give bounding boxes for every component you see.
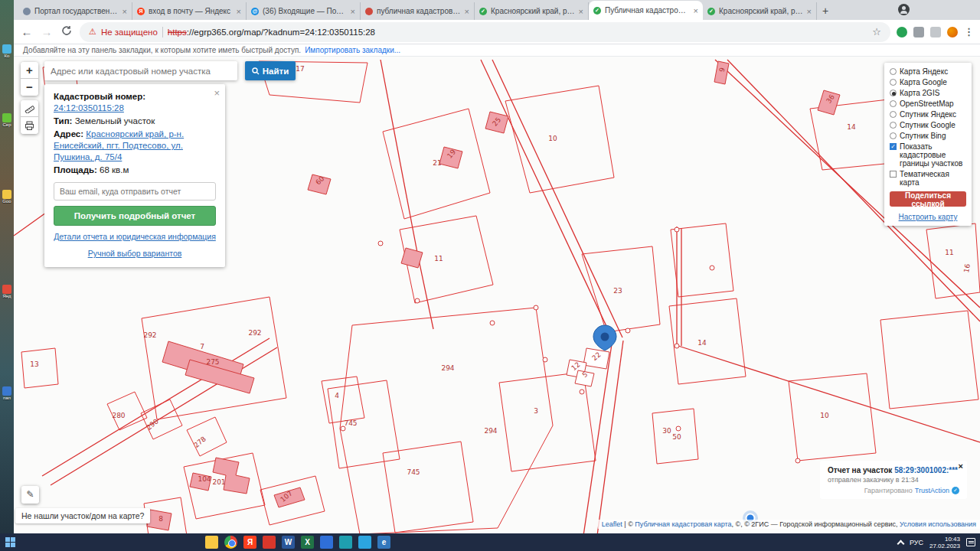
taskbar-app-word[interactable]: W bbox=[282, 536, 295, 549]
layer-option[interactable]: Спутник Яндекс bbox=[890, 110, 966, 119]
browser-tab[interactable]: ✓Красноярский край, р-н ...× bbox=[475, 2, 589, 20]
share-link-button[interactable]: Поделиться ссылкой bbox=[890, 191, 966, 207]
radio-icon[interactable] bbox=[890, 122, 897, 129]
leaflet-link[interactable]: Leaflet bbox=[602, 520, 622, 528]
close-icon[interactable]: × bbox=[214, 87, 220, 99]
taskbar-app-folder[interactable] bbox=[205, 536, 218, 549]
search-input[interactable] bbox=[44, 61, 237, 80]
desktop-icon[interactable]: Янд bbox=[2, 285, 12, 298]
layer-checkbox[interactable]: Тематическая карта bbox=[890, 170, 966, 187]
menu-kebab-icon[interactable]: ⋮ bbox=[964, 26, 974, 37]
search-button[interactable]: Найти bbox=[245, 61, 296, 80]
layer-option[interactable]: Карта Яндекс bbox=[890, 67, 966, 76]
taskbar-app-app-red[interactable] bbox=[263, 536, 276, 549]
desktop-icon[interactable]: Ко bbox=[2, 44, 12, 58]
extension-icon-green[interactable] bbox=[897, 27, 907, 37]
tab-title: Публичная кадастровая bbox=[605, 6, 690, 15]
notification-close-icon[interactable]: × bbox=[959, 461, 963, 471]
language-indicator[interactable]: РУС bbox=[910, 539, 923, 546]
desktop-icon[interactable]: пап bbox=[2, 386, 12, 400]
radio-icon[interactable] bbox=[890, 79, 897, 86]
tab-close-icon[interactable]: × bbox=[807, 8, 812, 15]
map-parcel[interactable] bbox=[141, 399, 182, 439]
desktop-icon[interactable]: Goo bbox=[2, 190, 12, 204]
zoom-in-button[interactable]: + bbox=[21, 62, 38, 79]
bookmark-star-icon[interactable]: ☆ bbox=[872, 26, 881, 37]
configure-map-link[interactable]: Настроить карту bbox=[890, 213, 966, 221]
browser-tab[interactable]: @(36) Входящие — Почта M...× bbox=[247, 2, 361, 20]
radio-icon[interactable] bbox=[890, 132, 897, 139]
taskbar-app-yandex-browser[interactable]: Я bbox=[243, 536, 256, 549]
extension-icon-grey[interactable] bbox=[913, 27, 924, 37]
kadnum-link[interactable]: 24:12:0350115:28 bbox=[54, 103, 124, 112]
profile-icon[interactable] bbox=[898, 4, 910, 15]
refresh-icon[interactable] bbox=[60, 25, 74, 38]
radio-icon[interactable] bbox=[890, 100, 897, 107]
extension-icon-light[interactable] bbox=[930, 27, 941, 37]
action-center-icon[interactable] bbox=[966, 538, 975, 546]
checkbox-icon[interactable]: ✓ bbox=[890, 143, 897, 150]
map-parcel[interactable] bbox=[669, 298, 746, 384]
map-parcel[interactable] bbox=[789, 373, 876, 461]
layer-option[interactable]: Спутник Bing bbox=[890, 132, 966, 140]
checkbox-icon[interactable] bbox=[890, 171, 897, 178]
map-parcel[interactable] bbox=[880, 311, 978, 409]
map-parcel[interactable] bbox=[383, 442, 473, 533]
layer-checkbox[interactable]: ✓Показать кадастровые границы участков bbox=[890, 142, 966, 168]
tab-close-icon[interactable]: × bbox=[351, 8, 355, 15]
layer-option[interactable]: Карта 2GIS bbox=[890, 89, 966, 97]
tab-close-icon[interactable]: × bbox=[579, 8, 583, 15]
tab-close-icon[interactable]: × bbox=[465, 8, 469, 15]
map-parcel[interactable] bbox=[505, 86, 614, 193]
tab-close-icon[interactable]: × bbox=[122, 8, 127, 15]
manual-options-link[interactable]: Ручной выбор вариантов bbox=[54, 248, 216, 259]
browser-avatar[interactable] bbox=[947, 27, 958, 37]
radio-icon[interactable] bbox=[890, 68, 897, 75]
taskbar-app-app-teal[interactable] bbox=[339, 536, 352, 549]
address-bar[interactable]: ⚠ Не защищено https://egrp365.org/map/?k… bbox=[80, 22, 890, 42]
tray-chevron-icon[interactable] bbox=[897, 540, 904, 547]
not-found-question[interactable]: Не нашли участок/дом на карте? bbox=[15, 508, 150, 523]
print-button[interactable] bbox=[21, 117, 38, 134]
pkk-link[interactable]: Публичная кадастровая карта bbox=[635, 520, 731, 528]
browser-tab[interactable]: Явход в почту — Яндекс× bbox=[132, 2, 247, 20]
layer-option[interactable]: OpenStreetMap bbox=[890, 99, 966, 108]
radio-icon[interactable] bbox=[890, 111, 897, 118]
taskbar-app-telegram[interactable] bbox=[358, 536, 371, 549]
layer-option[interactable]: Карта Google bbox=[890, 78, 966, 86]
browser-tab[interactable]: публичная кадастровая× bbox=[361, 2, 475, 20]
draw-edit-button[interactable]: ✎ bbox=[21, 486, 39, 504]
get-report-button[interactable]: Получить подробный отчет bbox=[54, 206, 216, 226]
desktop-icon[interactable]: Сер bbox=[2, 113, 12, 127]
browser-tab[interactable]: ✓Публичная кадастровая× bbox=[589, 1, 703, 20]
import-bookmarks-link[interactable]: Импортировать закладки... bbox=[305, 46, 400, 54]
taskbar-app-excel[interactable]: X bbox=[301, 536, 314, 549]
new-tab-button[interactable]: + bbox=[817, 2, 834, 19]
taskbar-app-app-blue[interactable] bbox=[320, 536, 333, 549]
report-details-link[interactable]: Детали отчета и юридическая информация bbox=[54, 231, 216, 243]
measure-button[interactable] bbox=[21, 100, 38, 117]
zoom-out-button[interactable]: − bbox=[21, 79, 38, 96]
map-parcel[interactable] bbox=[340, 308, 553, 533]
tab-close-icon[interactable]: × bbox=[694, 7, 698, 15]
forward-icon[interactable]: → bbox=[40, 25, 54, 38]
tab-title: Красноярский край, р-н ... bbox=[491, 7, 575, 15]
terms-link[interactable]: Условия использования bbox=[900, 520, 976, 528]
layer-option[interactable]: Спутник Google bbox=[890, 121, 966, 129]
tab-close-icon[interactable]: × bbox=[237, 8, 241, 15]
browser-tab[interactable]: Портал государственны...× bbox=[18, 2, 132, 20]
trustaction-link[interactable]: TrustAction bbox=[915, 487, 949, 494]
taskbar-app-chrome[interactable] bbox=[224, 536, 237, 549]
radio-icon[interactable] bbox=[890, 90, 897, 96]
map-parcel[interactable] bbox=[926, 223, 980, 298]
back-icon[interactable]: ← bbox=[20, 25, 34, 38]
map-parcel[interactable] bbox=[671, 223, 733, 297]
map-parcel[interactable] bbox=[21, 348, 58, 388]
browser-tab[interactable]: ✓Красноярский край, р-н ...× bbox=[703, 2, 817, 20]
email-field[interactable] bbox=[54, 182, 216, 201]
taskbar-clock[interactable]: 10:43 27.02.2023 bbox=[929, 536, 960, 549]
map-building[interactable] bbox=[213, 458, 250, 494]
taskbar-app-edge[interactable]: e bbox=[377, 536, 390, 549]
map-parcel[interactable] bbox=[187, 417, 227, 456]
start-button[interactable] bbox=[0, 533, 20, 551]
